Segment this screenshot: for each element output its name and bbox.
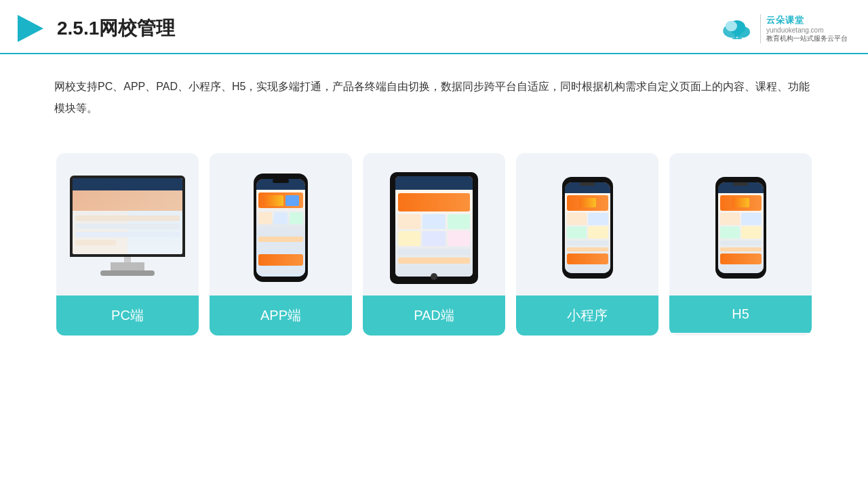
page-title: 2.5.1网校管理 xyxy=(57,16,175,41)
mini-phone-mock-icon-2 xyxy=(715,177,766,279)
header-left: 2.5.1网校管理 xyxy=(14,12,175,45)
card-pad: PAD端 xyxy=(363,153,505,336)
card-h5-label: H5 xyxy=(669,296,812,333)
logo-slogan: 教育机构一站式服务云平台 xyxy=(766,34,848,43)
logo-text: 云朵课堂 yunduoketang.com 教育机构一站式服务云平台 xyxy=(760,14,848,43)
page-header: 2.5.1网校管理 云朵课堂 yunduoketang.com 教育机构一站式服… xyxy=(0,0,868,54)
phone-mock-icon xyxy=(254,174,308,282)
card-pad-image xyxy=(363,153,505,296)
svg-rect-6 xyxy=(732,38,742,39)
cards-container: PC端 xyxy=(0,140,868,349)
pc-monitor-icon xyxy=(70,176,185,281)
play-icon xyxy=(14,12,46,45)
svg-marker-0 xyxy=(18,15,43,42)
logo-url: yunduoketang.com xyxy=(766,26,848,34)
card-h5: H5 xyxy=(669,153,812,336)
description-text: 网校支持PC、APP、PAD、小程序、H5，实现多端打通，产品各终端自由切换，数… xyxy=(0,54,868,133)
card-miniprogram: 小程序 xyxy=(516,153,658,336)
card-pc-label: PC端 xyxy=(56,296,199,336)
tablet-mock-icon xyxy=(390,172,478,284)
mini-phone-mock-icon-1 xyxy=(562,177,613,279)
card-app-label: APP端 xyxy=(210,296,352,336)
card-h5-image xyxy=(669,153,812,296)
logo-area: 云朵课堂 yunduoketang.com 教育机构一站式服务云平台 xyxy=(719,14,848,43)
card-pc: PC端 xyxy=(56,153,199,336)
card-miniprogram-image xyxy=(516,153,658,296)
svg-point-7 xyxy=(726,21,737,32)
logo-brand-name: 云朵课堂 xyxy=(766,14,848,26)
card-pad-label: PAD端 xyxy=(363,296,505,336)
card-miniprogram-label: 小程序 xyxy=(516,296,658,336)
cloud-logo-icon xyxy=(719,16,755,41)
card-pc-image xyxy=(56,153,199,296)
card-app: APP端 xyxy=(210,153,352,336)
card-app-image xyxy=(210,153,352,296)
